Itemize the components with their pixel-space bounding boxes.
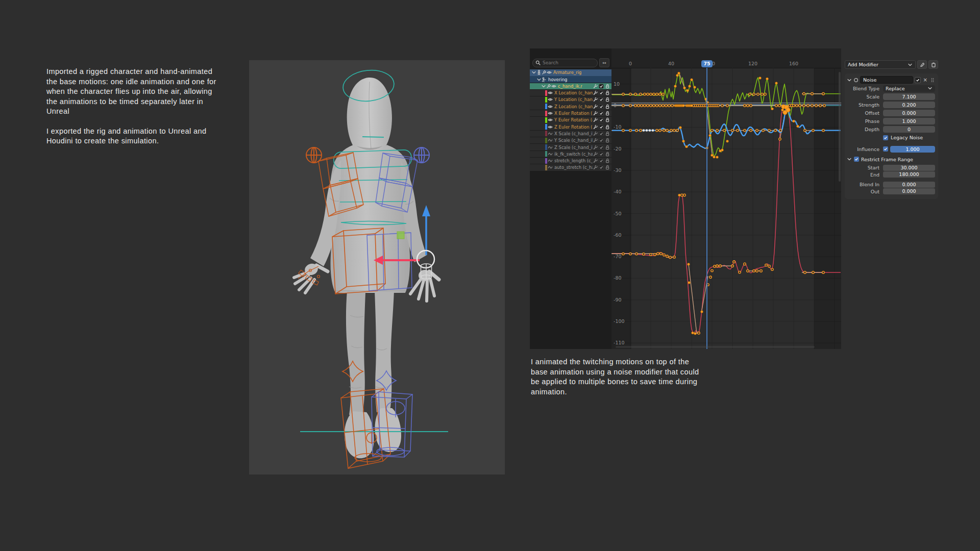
blend-type-dropdown[interactable]: Replace [883, 85, 935, 92]
lock-icon[interactable] [605, 117, 610, 122]
value-field[interactable]: 0.000 [883, 110, 935, 116]
check-icon[interactable] [599, 158, 604, 163]
armature-icon[interactable] [536, 70, 542, 75]
search-input[interactable]: Search [532, 59, 598, 67]
channel-row-armature-rig[interactable]: Armature_rig [530, 69, 611, 76]
copy-from-active-button[interactable] [917, 60, 927, 69]
check-icon[interactable] [599, 152, 604, 157]
curve-icon[interactable] [548, 138, 553, 143]
channel-row-auto-stretch-c-ha[interactable]: auto_stretch (c_ha [530, 164, 611, 171]
timeline-ruler[interactable]: 0408012016075 [611, 48, 841, 68]
channel-row-z-location-c-hand[interactable]: Z Location (c_hand [530, 103, 611, 110]
lock-icon[interactable] [605, 158, 610, 163]
modifier-enable-checkbox[interactable] [915, 77, 921, 83]
wrench-icon[interactable] [593, 97, 598, 102]
channel-row-y-location-c-hand[interactable]: Y Location (c_hand [530, 96, 611, 103]
lock-icon[interactable] [605, 97, 610, 102]
lock-icon[interactable] [605, 138, 610, 143]
wrench-icon[interactable] [593, 111, 598, 116]
scale-gizmo-handle[interactable] [397, 232, 404, 239]
check-icon[interactable] [599, 104, 604, 109]
wrench-icon[interactable] [593, 145, 598, 150]
value-field[interactable]: 0.000 [883, 188, 935, 194]
channel-row-y-scale-c-hand-ik[interactable]: Y Scale (c_hand_ik [530, 137, 611, 144]
wrench-icon[interactable] [593, 84, 598, 89]
shoulder-gizmo-right[interactable] [306, 147, 322, 163]
pin-icon[interactable] [546, 84, 551, 89]
channel-row-stretch-length-c-h[interactable]: stretch_length (c_h [530, 158, 611, 164]
vertical-scrollbar[interactable] [839, 72, 841, 182]
eye-icon[interactable] [548, 104, 553, 109]
chevron-down-icon[interactable] [847, 157, 852, 162]
horizontal-scrollbar[interactable] [616, 346, 815, 348]
add-modifier-dropdown[interactable]: Add Modifier [845, 60, 916, 69]
influence-slider[interactable]: 1.000 [890, 146, 935, 153]
eye-icon[interactable] [548, 97, 553, 102]
wrench-icon[interactable] [593, 90, 598, 95]
wrench-icon[interactable] [593, 124, 598, 130]
lock-icon[interactable] [605, 145, 610, 150]
channel-row-x-location-c-hand[interactable]: X Location (c_hand [530, 90, 611, 96]
action-icon[interactable] [542, 77, 547, 82]
influence-checkbox[interactable] [883, 146, 888, 152]
channel-row-y-euler-rotation-c[interactable]: Y Euler Rotation (c [530, 117, 611, 123]
playhead-frame-label[interactable]: 75 [701, 60, 713, 67]
eye-icon[interactable] [551, 84, 556, 89]
curve-canvas[interactable]: 100-10-20-30-40-50-60-70-80-90-100-110 [611, 68, 841, 349]
wrench-icon[interactable] [593, 152, 598, 157]
curve-icon[interactable] [548, 158, 553, 163]
drag-grip-icon[interactable] [930, 78, 935, 83]
curve-icon[interactable] [548, 145, 553, 150]
check-icon[interactable] [599, 124, 604, 130]
channel-row-x-euler-rotation-c[interactable]: X Euler Rotation (c [530, 110, 611, 117]
chevron-icon[interactable] [531, 70, 536, 75]
lock-icon[interactable] [605, 90, 610, 95]
curve-icon[interactable] [548, 165, 553, 170]
chevron-icon[interactable] [536, 77, 542, 82]
channel-row-ik-fk-switch-c-ha[interactable]: ik_fk_switch (c_ha [530, 151, 611, 158]
channel-row-z-scale-c-hand-ik[interactable]: Z Scale (c_hand_ik [530, 144, 611, 151]
channel-row-z-euler-rotation-c[interactable]: Z Euler Rotation (c [530, 123, 611, 130]
value-field[interactable]: 0 [883, 126, 935, 133]
curve-icon[interactable] [548, 152, 553, 157]
check-icon[interactable] [599, 165, 604, 170]
eye-icon[interactable] [548, 111, 553, 116]
check-icon[interactable] [599, 117, 604, 122]
lock-icon[interactable] [605, 111, 610, 116]
check-icon[interactable] [599, 131, 604, 136]
value-field[interactable]: 0.200 [883, 102, 935, 108]
wrench-icon[interactable] [593, 131, 598, 136]
value-field[interactable]: 0.000 [883, 182, 935, 188]
check-icon[interactable] [599, 145, 604, 150]
lock-icon[interactable] [605, 131, 610, 136]
value-field[interactable]: 7.100 [883, 93, 935, 100]
eye-icon[interactable] [548, 117, 553, 122]
paste-modifier-button[interactable] [928, 60, 938, 69]
eye-icon[interactable] [547, 70, 552, 75]
close-icon[interactable]: × [922, 77, 928, 83]
chevron-down-icon[interactable] [847, 78, 852, 83]
channel-row-c-hand-ik-r[interactable]: c_hand_ik.r [530, 83, 611, 90]
lock-icon[interactable] [605, 165, 610, 170]
check-icon[interactable] [599, 84, 604, 89]
filter-expand-button[interactable]: ↔ [599, 58, 609, 67]
channel-row-hovering[interactable]: hovering [530, 76, 611, 83]
channel-row-x-scale-c-hand-ik[interactable]: X Scale (c_hand_ik [530, 131, 611, 137]
check-icon[interactable] [599, 97, 604, 102]
modifier-name-input[interactable]: Noise [860, 76, 913, 84]
check-icon[interactable] [599, 111, 604, 116]
lock-icon[interactable] [605, 152, 610, 157]
wrench-icon[interactable] [593, 104, 598, 109]
lock-icon[interactable] [605, 84, 610, 89]
value-field[interactable]: 180.000 [883, 171, 935, 178]
3d-viewport[interactable] [249, 60, 505, 474]
wrench-icon[interactable] [593, 165, 598, 170]
curve-icon[interactable] [548, 131, 553, 136]
value-field[interactable]: 1.000 [883, 118, 935, 124]
chevron-icon[interactable] [541, 84, 546, 89]
lock-icon[interactable] [605, 104, 610, 109]
neck-control-line[interactable] [362, 137, 384, 137]
value-field[interactable]: 30.000 [883, 165, 935, 171]
pin-icon[interactable] [542, 70, 547, 75]
check-icon[interactable] [599, 138, 604, 143]
